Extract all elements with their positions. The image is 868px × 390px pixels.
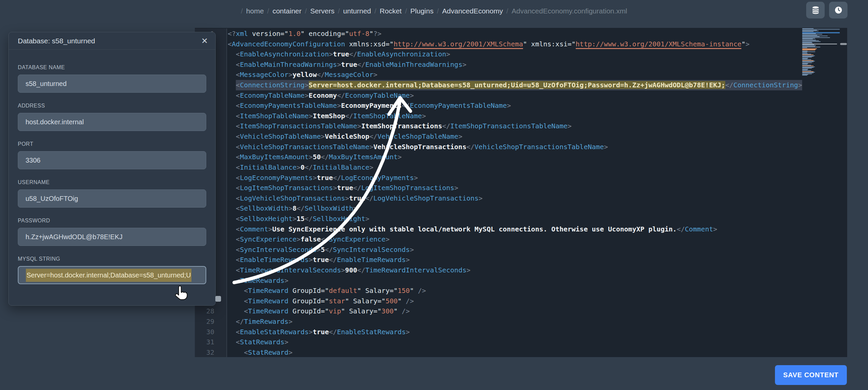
minimap[interactable]: [802, 28, 840, 356]
code-token: EconomyPaymentsTableName: [240, 101, 337, 110]
code-token: ": [284, 30, 288, 38]
code-token: 900: [345, 266, 357, 274]
code-token: [228, 215, 236, 223]
breadcrumb-item[interactable]: Rocket: [380, 7, 401, 15]
code-token: <: [236, 112, 240, 120]
line-number: 30: [195, 327, 226, 337]
breadcrumb-item[interactable]: AdvancedEconomy: [442, 7, 503, 15]
address-input[interactable]: [18, 113, 206, 131]
breadcrumb-separator: /: [241, 7, 243, 15]
code-token: SyncIntervalSeconds: [240, 245, 317, 253]
code-token: [228, 60, 236, 68]
code-token: >: [288, 70, 292, 79]
code-token: SellboxWidth: [240, 204, 288, 212]
code-token: <: [236, 143, 240, 151]
code-token: VehicleShopTableName: [378, 132, 459, 141]
code-token: LogItemShopTransactions: [361, 184, 454, 192]
code-token: ": [345, 297, 349, 305]
code-token: >: [369, 163, 373, 171]
code-token: >: [374, 70, 378, 79]
code-token: <: [236, 122, 240, 130]
code-token: <: [236, 245, 240, 253]
code-token: [228, 132, 236, 141]
code-token: EnableTimeRewards: [240, 256, 309, 264]
breadcrumb-item[interactable]: home: [246, 7, 264, 15]
port-input[interactable]: [18, 151, 206, 169]
minimap-row: [802, 65, 814, 66]
code-token: </: [325, 245, 333, 253]
code-line: <AdvancedEconomyConfiguration xmlns:xsd=…: [228, 39, 802, 49]
code-token: TimeRewardIntervalSeconds: [240, 266, 341, 274]
code-token: [228, 328, 236, 336]
modal-header[interactable]: Database: s58_unturned ✕: [9, 32, 215, 50]
breadcrumb-item[interactable]: AdvancedEconomy.configuration.xml: [512, 7, 627, 15]
editor-code-area[interactable]: <?xml version="1.0" encoding="utf-8"?><A…: [228, 29, 802, 357]
code-token: ": [345, 30, 349, 38]
history-button[interactable]: [829, 2, 847, 19]
code-token: VehicleShopTransactionsTableName: [475, 143, 604, 151]
mysql-string-input[interactable]: Server=host.docker.internal;Database=s58…: [18, 266, 206, 284]
code-token: [228, 287, 244, 295]
breadcrumb-separator: /: [405, 7, 407, 15]
code-token: ItemShopTransactionsTableName: [240, 122, 357, 130]
close-icon[interactable]: ✕: [201, 37, 208, 45]
breadcrumb-item[interactable]: unturned: [343, 7, 371, 15]
scrollbar-thumb[interactable]: [840, 43, 847, 45]
code-token: true: [333, 50, 349, 58]
field-group: USERNAME: [18, 179, 206, 208]
code-token: >: [406, 328, 410, 336]
code-token: </: [357, 266, 365, 274]
code-token: <: [236, 70, 240, 79]
code-token: [228, 143, 236, 151]
code-line: <StatReward>: [228, 347, 802, 357]
code-token: ": [357, 287, 361, 295]
code-token: EnableStatRewards: [240, 328, 309, 336]
code-token: />: [398, 307, 410, 315]
code-token: </: [466, 143, 474, 151]
code-line: <EnableAsynchronization>true</EnableAsyn…: [228, 49, 802, 59]
breadcrumb-item[interactable]: container: [272, 7, 301, 15]
code-token: [228, 318, 236, 326]
editor-scrollbar[interactable]: [840, 28, 847, 357]
code-editor[interactable]: 1234567891011121314151617181920212223242…: [195, 28, 847, 357]
minimap-row: [802, 68, 812, 68]
breadcrumb-separator: /: [506, 7, 508, 15]
breadcrumb-item[interactable]: Plugins: [410, 7, 434, 15]
code-token: [228, 81, 236, 89]
code-token: true: [313, 256, 329, 264]
username-input[interactable]: [18, 189, 206, 208]
code-token: >: [406, 256, 410, 264]
resize-handle[interactable]: [215, 296, 221, 302]
code-line: </TimeRewards>: [228, 317, 802, 327]
code-token: http://www.w3.org/2001/XMLSchema: [394, 40, 523, 49]
password-input[interactable]: [18, 228, 206, 246]
code-line: <TimeReward GroupId="star" Salary="500" …: [228, 296, 802, 306]
code-token: </: [353, 184, 361, 192]
database-name-input[interactable]: [18, 74, 206, 93]
code-token: EnableAsynchronization: [357, 50, 446, 58]
code-token: Salary=: [361, 287, 393, 295]
code-token: EconomyPayments: [341, 101, 402, 110]
code-token: ": [398, 297, 402, 305]
selected-text: Server=host.docker.internal;Database=s58…: [26, 269, 191, 282]
code-token: <: [236, 132, 240, 141]
code-token: 300: [381, 307, 394, 315]
minimap-row: [802, 43, 813, 43]
database-button[interactable]: [806, 2, 825, 19]
save-content-button[interactable]: SAVE CONTENT: [775, 365, 847, 385]
code-token: <: [244, 307, 248, 315]
code-token: Server=host.docker.internal;Database=s58…: [309, 81, 725, 89]
code-token: <: [236, 194, 240, 202]
code-token: </: [305, 163, 313, 171]
code-token: </: [297, 204, 305, 212]
code-token: EnableStatRewards: [337, 328, 406, 336]
breadcrumb-item[interactable]: Servers: [310, 7, 334, 15]
code-token: encoding=: [305, 30, 345, 38]
code-token: ": [370, 30, 374, 38]
code-token: ItemShopTransactions: [361, 122, 442, 130]
code-token: MessageColor: [240, 70, 288, 79]
code-token: [228, 50, 236, 58]
code-token: default: [329, 287, 357, 295]
code-token: xml: [236, 30, 248, 38]
field-group: MYSQL STRINGServer=host.docker.internal;…: [18, 256, 206, 284]
